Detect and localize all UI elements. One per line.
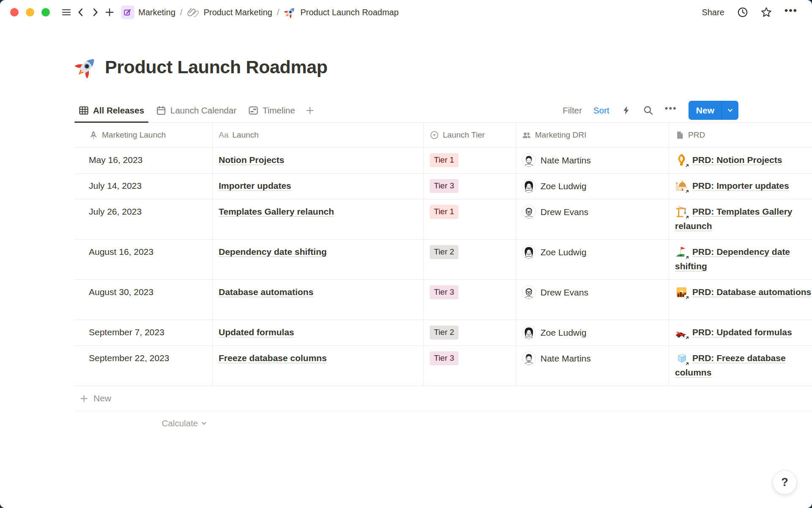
rocket-emoji-icon[interactable] xyxy=(74,55,98,79)
launch-page-link[interactable]: Dependency date shifting xyxy=(219,247,327,257)
filter-button[interactable]: Filter xyxy=(563,105,582,116)
date-cell[interactable]: September 22, 2023 xyxy=(74,346,213,386)
page-mention-arrow-icon xyxy=(684,295,690,301)
tier-cell[interactable]: Tier 2 xyxy=(424,320,516,345)
date-cell[interactable]: July 14, 2023 xyxy=(74,174,213,199)
tier-cell[interactable]: Tier 1 xyxy=(424,148,516,173)
prd-cell: PRD: Updated formulas xyxy=(669,320,812,345)
breadcrumb-item-marketing[interactable]: Marketing xyxy=(121,6,176,19)
sidebar-toggle-icon[interactable] xyxy=(59,5,74,19)
dri-cell[interactable]: Zoe Ludwig xyxy=(516,174,669,199)
date-cell[interactable]: July 26, 2023 xyxy=(74,199,213,239)
table-row: August 30, 2023 Database automations Tie… xyxy=(74,280,812,320)
dri-cell[interactable]: Zoe Ludwig xyxy=(516,320,669,345)
tier-badge: Tier 3 xyxy=(430,351,458,365)
more-options-icon[interactable]: ••• xyxy=(785,6,798,19)
sunset-city-emoji-icon xyxy=(675,286,689,300)
prd-page-link[interactable]: PRD: Notion Projects xyxy=(692,155,782,165)
tier-cell[interactable]: Tier 3 xyxy=(424,174,516,199)
plus-icon xyxy=(80,394,88,403)
launch-page-link[interactable]: Notion Projects xyxy=(219,155,284,165)
help-button[interactable]: ? xyxy=(773,470,797,494)
page-content: Product Launch Roadmap All Releases Laun… xyxy=(0,55,812,436)
column-header-launch[interactable]: Aa Launch xyxy=(213,123,424,147)
new-page-icon[interactable] xyxy=(102,5,117,19)
launch-page-link[interactable]: Templates Gallery relaunch xyxy=(219,207,334,216)
date-cell[interactable]: August 30, 2023 xyxy=(74,280,213,320)
prd-cell: PRD: Notion Projects xyxy=(669,148,812,173)
prd-page-link[interactable]: PRD: Database automations xyxy=(692,287,811,297)
launch-page-link[interactable]: Updated formulas xyxy=(219,327,294,337)
column-header-marketing-launch[interactable]: Marketing Launch xyxy=(74,123,213,147)
date-cell[interactable]: September 7, 2023 xyxy=(74,320,213,345)
share-button[interactable]: Share xyxy=(702,8,724,17)
view-options-icon[interactable]: ••• xyxy=(665,104,677,117)
column-header-launch-tier[interactable]: Launch Tier xyxy=(424,123,516,147)
breadcrumb-item-product-marketing[interactable]: Product Marketing xyxy=(187,6,272,19)
date-cell[interactable]: August 16, 2023 xyxy=(74,240,213,279)
help-label: ? xyxy=(781,476,788,489)
tab-timeline[interactable]: Timeline xyxy=(244,98,299,122)
table-row: May 16, 2023 Notion Projects Tier 1 Nate… xyxy=(74,148,812,174)
breadcrumb-item-product-launch-roadmap[interactable]: Product Launch Roadmap xyxy=(284,6,398,19)
page-mention-arrow-icon xyxy=(684,188,690,194)
dri-cell[interactable]: Nate Martins xyxy=(516,346,669,386)
prd-page-link[interactable]: PRD: Templates Gallery relaunch xyxy=(675,207,793,231)
tier-cell[interactable]: Tier 3 xyxy=(424,280,516,320)
dri-cell[interactable]: Drew Evans xyxy=(516,199,669,239)
zoom-window-button[interactable] xyxy=(41,8,50,17)
tier-cell[interactable]: Tier 1 xyxy=(424,199,516,239)
automations-bolt-icon[interactable] xyxy=(621,105,631,116)
favorite-star-icon[interactable] xyxy=(761,7,772,18)
page-mention-arrow-icon xyxy=(684,214,690,220)
new-row-button[interactable]: New xyxy=(74,386,812,411)
breadcrumb-label: Marketing xyxy=(138,8,176,17)
updates-clock-icon[interactable] xyxy=(737,7,748,18)
search-icon[interactable] xyxy=(643,105,653,116)
dri-cell[interactable]: Nate Martins xyxy=(516,148,669,173)
calculate-button[interactable]: Calculate xyxy=(74,411,213,436)
breadcrumb-label: Product Launch Roadmap xyxy=(300,8,398,17)
tier-cell[interactable]: Tier 3 xyxy=(424,346,516,386)
tab-label: Timeline xyxy=(263,105,295,116)
tier-badge: Tier 3 xyxy=(430,179,458,193)
new-button[interactable]: New xyxy=(689,101,738,120)
prd-page-link[interactable]: PRD: Dependency date shifting xyxy=(675,247,790,271)
sort-button[interactable]: Sort xyxy=(593,105,609,116)
column-header-prd[interactable]: PRD xyxy=(669,123,812,147)
prd-cell: PRD: Importer updates xyxy=(669,174,812,199)
tab-all-releases[interactable]: All Releases xyxy=(74,98,148,122)
prd-page-link[interactable]: PRD: Updated formulas xyxy=(692,327,792,337)
date-cell[interactable]: May 16, 2023 xyxy=(74,148,213,173)
dri-cell[interactable]: Zoe Ludwig xyxy=(516,240,669,279)
people-icon xyxy=(522,130,531,140)
forward-icon[interactable] xyxy=(88,5,102,19)
notion-window: Marketing / Product Marketing / Product … xyxy=(0,0,812,508)
prd-page-link[interactable]: PRD: Freeze database columns xyxy=(675,353,786,377)
date-value: August 16, 2023 xyxy=(89,247,154,257)
date-value: September 7, 2023 xyxy=(89,327,165,337)
close-window-button[interactable] xyxy=(10,8,19,17)
tab-launch-calendar[interactable]: Launch Calendar xyxy=(152,98,241,122)
dri-cell[interactable]: Drew Evans xyxy=(516,280,669,320)
column-header-marketing-dri[interactable]: Marketing DRI xyxy=(516,123,669,147)
new-button-dropdown[interactable] xyxy=(721,101,738,120)
launch-cell: Freeze database columns xyxy=(213,346,424,386)
new-button-label[interactable]: New xyxy=(689,101,721,120)
back-icon[interactable] xyxy=(74,5,88,19)
add-view-icon[interactable] xyxy=(303,98,317,122)
column-label: Marketing Launch xyxy=(102,130,166,140)
launch-cell: Updated formulas xyxy=(213,320,424,345)
dri-name: Nate Martins xyxy=(540,154,591,167)
prd-page-link[interactable]: PRD: Importer updates xyxy=(692,181,789,190)
minimize-window-button[interactable] xyxy=(26,8,34,17)
launch-cell: Templates Gallery relaunch xyxy=(213,199,424,239)
chevron-down-icon xyxy=(201,420,207,426)
launch-page-link[interactable]: Freeze database columns xyxy=(219,353,327,363)
tier-cell[interactable]: Tier 2 xyxy=(424,240,516,279)
chevron-down-icon xyxy=(727,107,733,113)
view-tabs: All Releases Launch Calendar Timeline xyxy=(74,98,317,122)
launch-page-link[interactable]: Importer updates xyxy=(219,181,291,190)
launch-page-link[interactable]: Database automations xyxy=(219,287,313,297)
rocket-icon xyxy=(89,130,98,140)
